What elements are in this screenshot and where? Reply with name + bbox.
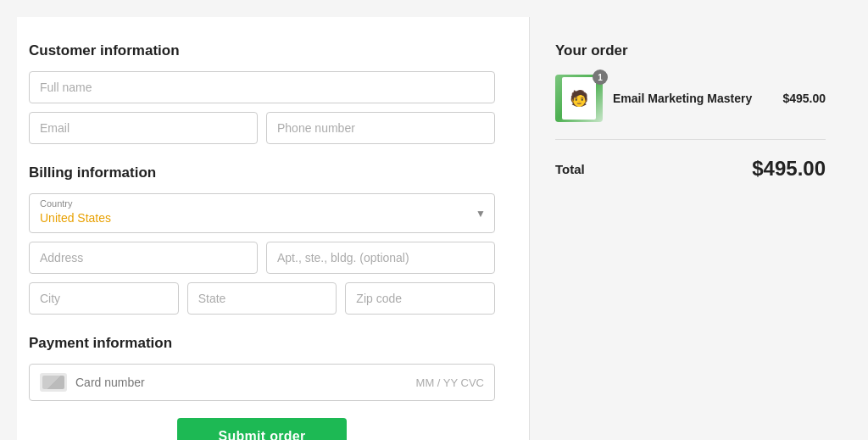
customer-section-title: Customer information — [29, 42, 495, 59]
product-price: $495.00 — [782, 92, 826, 105]
address2-input[interactable] — [266, 242, 495, 274]
email-input[interactable] — [29, 112, 258, 144]
product-badge: 1 — [593, 70, 608, 85]
card-icon — [40, 373, 67, 392]
country-label: Country — [40, 198, 469, 209]
card-input-wrapper: MM / YY CVC — [29, 364, 495, 401]
customer-section: Customer information — [29, 42, 495, 144]
order-title: Your order — [555, 42, 826, 59]
billing-section-title: Billing information — [29, 164, 495, 181]
full-name-input[interactable] — [29, 71, 495, 103]
order-item: 🧑 1 Email Marketing Mastery $495.00 — [555, 75, 826, 140]
card-meta: MM / YY CVC — [416, 376, 484, 389]
product-img-inner: 🧑 — [562, 77, 596, 120]
country-select[interactable]: Country United States ▼ — [29, 193, 495, 233]
total-amount: $495.00 — [752, 157, 826, 181]
submit-order-button[interactable]: Submit order — [177, 418, 347, 440]
card-number-input[interactable] — [75, 376, 408, 389]
city-input[interactable] — [29, 282, 179, 315]
order-summary: Your order 🧑 1 Email Marketing Mastery $… — [529, 17, 851, 440]
billing-section: Billing information Country United State… — [29, 164, 495, 315]
state-input[interactable] — [187, 282, 337, 315]
product-name: Email Marketing Mastery — [613, 92, 772, 105]
card-icon-inner — [42, 376, 64, 389]
checkout-form: Customer information Billing information… — [17, 17, 529, 440]
chevron-down-icon: ▼ — [476, 208, 486, 220]
product-thumbnail: 🧑 1 — [555, 75, 603, 122]
zip-input[interactable] — [345, 282, 495, 315]
payment-section: Payment information MM / YY CVC — [29, 335, 495, 401]
phone-input[interactable] — [266, 112, 495, 144]
total-row: Total $495.00 — [555, 157, 826, 181]
country-value: United States — [40, 211, 111, 225]
payment-section-title: Payment information — [29, 335, 495, 352]
total-label: Total — [555, 162, 585, 176]
address-input[interactable] — [29, 242, 258, 274]
